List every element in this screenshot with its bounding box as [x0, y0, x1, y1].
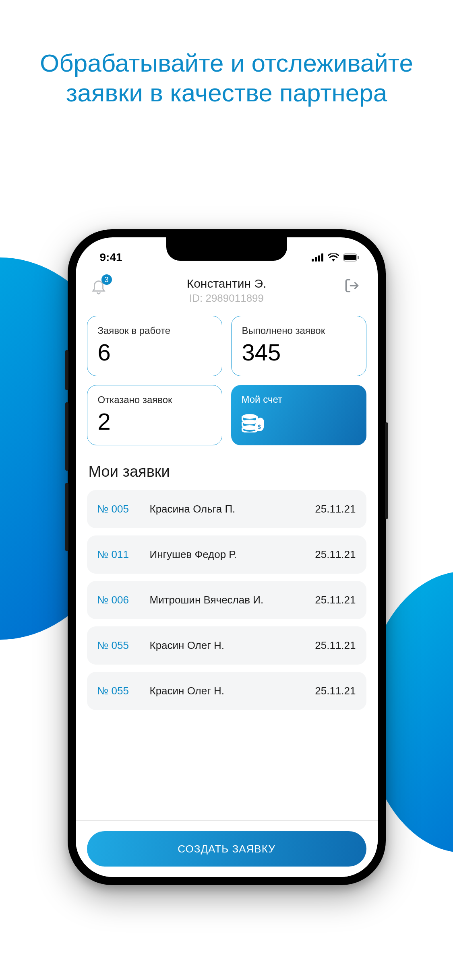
- battery-icon: [343, 253, 359, 261]
- coins-icon: $: [242, 411, 356, 434]
- phone-notch: [166, 237, 287, 261]
- promo-heading: Обрабатывайте и отслеживайте заявки в ка…: [0, 48, 453, 108]
- request-date: 25.11.21: [315, 639, 356, 652]
- svg-rect-3: [321, 253, 323, 261]
- request-item[interactable]: № 055 Красин Олег Н. 25.11.21: [87, 626, 366, 665]
- request-item[interactable]: № 005 Красина Ольга П. 25.11.21: [87, 490, 366, 528]
- stat-in-work[interactable]: Заявок в работе 6: [87, 316, 222, 376]
- phone-side-button: [65, 350, 68, 390]
- footer: СОЗДАТЬ ЗАЯВКУ: [76, 820, 378, 877]
- svg-point-8: [242, 420, 257, 424]
- phone-side-button: [65, 402, 68, 471]
- svg-rect-2: [318, 255, 320, 261]
- status-time: 9:41: [100, 251, 122, 264]
- user-name: Константин Э.: [110, 277, 343, 290]
- request-name: Красин Олег Н.: [150, 685, 305, 697]
- status-icons: [312, 253, 359, 261]
- svg-point-7: [242, 414, 257, 419]
- request-number: № 055: [97, 685, 139, 697]
- request-name: Красин Олег Н.: [150, 639, 305, 652]
- request-date: 25.11.21: [315, 685, 356, 697]
- request-number: № 005: [97, 503, 139, 515]
- app-header: 3 Константин Э. ID: 2989011899: [76, 270, 378, 316]
- create-request-button[interactable]: СОЗДАТЬ ЗАЯВКУ: [87, 831, 366, 867]
- svg-rect-6: [358, 256, 359, 259]
- stat-completed[interactable]: Выполнено заявок 345: [231, 316, 366, 376]
- stat-label: Отказано заявок: [98, 394, 211, 406]
- stat-value: 345: [242, 339, 356, 366]
- notifications-button[interactable]: 3: [90, 277, 110, 297]
- cellular-icon: [312, 253, 324, 261]
- request-name: Ингушев Федор Р.: [150, 548, 305, 561]
- request-item[interactable]: № 011 Ингушев Федор Р. 25.11.21: [87, 535, 366, 574]
- logout-icon: [343, 277, 361, 294]
- request-name: Митрошин Вячеслав И.: [150, 594, 305, 606]
- notifications-badge: 3: [101, 274, 112, 285]
- request-item[interactable]: № 055 Красин Олег Н. 25.11.21: [87, 672, 366, 710]
- stat-value: 6: [98, 339, 211, 366]
- stat-rejected[interactable]: Отказано заявок 2: [87, 385, 222, 445]
- main-content: Заявок в работе 6 Выполнено заявок 345 О…: [76, 316, 378, 710]
- logout-button[interactable]: [343, 277, 363, 297]
- request-date: 25.11.21: [315, 548, 356, 561]
- svg-rect-1: [315, 257, 317, 261]
- wifi-icon: [328, 253, 339, 261]
- phone-screen: 9:41: [76, 237, 378, 877]
- request-item[interactable]: № 006 Митрошин Вячеслав И. 25.11.21: [87, 581, 366, 619]
- stat-label: Мой счет: [242, 394, 356, 405]
- request-number: № 055: [97, 639, 139, 652]
- stat-value: 2: [98, 408, 211, 435]
- requests-list: № 005 Красина Ольга П. 25.11.21 № 011 Ин…: [87, 490, 366, 710]
- svg-rect-0: [312, 259, 314, 261]
- phone-mockup: 9:41: [68, 229, 386, 885]
- request-number: № 006: [97, 594, 139, 606]
- stat-label: Выполнено заявок: [242, 325, 356, 336]
- request-number: № 011: [97, 548, 139, 561]
- stat-label: Заявок в работе: [98, 325, 211, 336]
- svg-rect-5: [344, 255, 356, 260]
- phone-side-button: [65, 483, 68, 551]
- stat-grid: Заявок в работе 6 Выполнено заявок 345 О…: [87, 316, 366, 445]
- user-id: ID: 2989011899: [110, 292, 343, 305]
- request-date: 25.11.21: [315, 594, 356, 606]
- request-name: Красина Ольга П.: [150, 503, 305, 515]
- phone-side-button: [385, 422, 388, 519]
- svg-text:$: $: [258, 424, 261, 430]
- requests-title: Мои заявки: [89, 463, 366, 480]
- request-date: 25.11.21: [315, 503, 356, 515]
- stat-account[interactable]: Мой счет $: [231, 385, 366, 445]
